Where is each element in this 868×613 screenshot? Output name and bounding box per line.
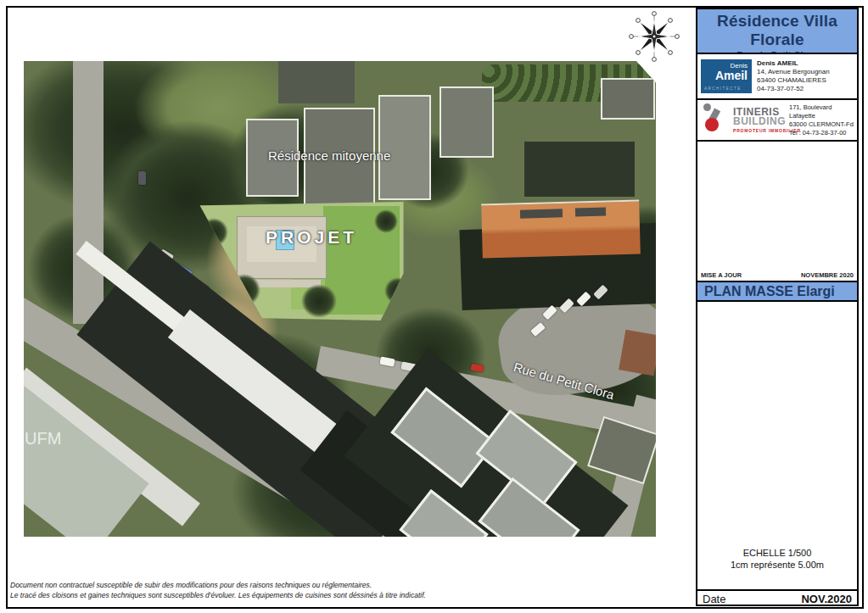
project-title-box: Résidence Villa Florale Rue du Petit Clo… — [697, 9, 857, 54]
solar-panels — [575, 208, 606, 217]
car — [138, 171, 146, 185]
label-neighbor-residence: Résidence mitoyenne — [268, 148, 390, 163]
architect-logo: Denis Ameil ARCHITECTE — [701, 59, 752, 93]
developer-logo-dot — [703, 103, 711, 111]
neighbor-courtyard — [524, 142, 635, 197]
project-title: Résidence Villa Florale — [697, 12, 857, 49]
developer-address1: 171, Boulevard Lafayette — [789, 103, 854, 120]
street-vertical — [73, 61, 104, 324]
aerial-photo: Résidence mitoyenne PROJET Rue du Petit … — [24, 61, 656, 537]
small-red-roof — [619, 330, 656, 376]
neighbor-building — [378, 95, 431, 200]
date-value: NOV.2020 — [801, 593, 852, 605]
scale-box: ECHELLE 1/500 1cm représente 5.00m — [697, 302, 857, 591]
project-tree — [301, 284, 337, 318]
scale-line1: ECHELLE 1/500 — [697, 547, 857, 559]
compass-rose-icon — [628, 8, 680, 64]
neighbor-building — [278, 61, 355, 103]
plan-title-bar: PLAN MASSE Elargi — [697, 282, 857, 302]
developer-phone: Tel : 04-73-28-37-00 — [789, 129, 854, 137]
developer-logo-word2: BUILDING — [733, 117, 786, 126]
neighbor-building — [601, 78, 655, 120]
project-tree — [384, 277, 412, 304]
date-label: Date — [703, 593, 725, 605]
project-tree — [374, 209, 398, 233]
developer-box: ITINERIS BUILDING PROMOTEUR IMMOBILIER 1… — [697, 100, 857, 142]
disclaimer: Document non contractuel susceptible de … — [10, 580, 426, 600]
revision-value: NOVEMBRE 2020 — [801, 271, 854, 279]
disclaimer-line2: Le tracé des cloisons et gaines techniqu… — [10, 590, 426, 600]
architect-phone: 04-73-37-07-52 — [757, 85, 830, 93]
revision-box: MISE A JOUR NOVEMBRE 2020 — [697, 142, 857, 282]
architect-box: Denis Ameil ARCHITECTE Denis AMEIL 14, A… — [697, 54, 857, 100]
disclaimer-line1: Document non contractuel susceptible de … — [10, 580, 426, 590]
developer-address2: 63000 CLERMONT-Fd — [789, 120, 854, 129]
architect-name: Denis AMEIL — [757, 59, 830, 68]
architect-logo-text-sub: ARCHITECTE — [704, 86, 742, 91]
title-block-panel: Résidence Villa Florale Rue du Petit Clo… — [696, 8, 859, 606]
plan-title: PLAN MASSE Elargi — [704, 284, 835, 298]
developer-logo-red-dot — [705, 118, 719, 131]
label-ufm: UFM — [25, 429, 61, 449]
developer-logo-word3: PROMOTEUR IMMOBILIER — [733, 128, 786, 133]
label-project: PROJET — [266, 227, 357, 248]
architect-address2: 63400 CHAMALIERES — [757, 76, 830, 85]
architect-logo-text-big: Ameil — [715, 69, 748, 82]
developer-logo — [701, 103, 730, 137]
revision-label: MISE A JOUR — [701, 271, 742, 279]
neighbor-building — [440, 86, 494, 158]
scale-line2: 1cm représente 5.00m — [697, 559, 857, 571]
architect-address1: 14, Avenue Bergougnan — [757, 68, 830, 76]
solar-panels — [520, 209, 563, 218]
date-row: Date NOV.2020 — [697, 591, 857, 607]
